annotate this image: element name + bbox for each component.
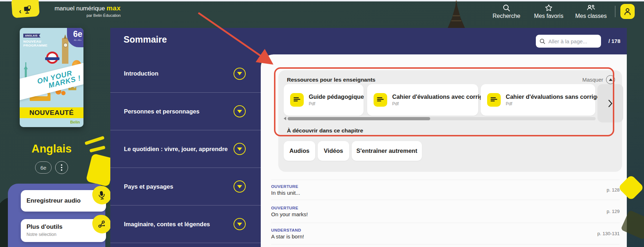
cover-program-line2: PROGRAMME [23, 43, 47, 47]
more-tools-label: Plus d'outils [27, 223, 100, 231]
chapter-title: On your marks! [271, 211, 308, 217]
page-total: / 178 [609, 38, 620, 44]
cover-art-big-ben [62, 38, 68, 64]
resource-title: Guide pédagogique [309, 93, 364, 100]
resources-panel: Ressources pour les enseignants Masquer … [278, 70, 622, 172]
document-icon [290, 93, 304, 107]
resource-title: Cahier d'évaluations sans corrigé [506, 93, 600, 100]
sentrainer-button[interactable]: S'entraîner autrement [352, 141, 422, 161]
header-nav: Recherche Mes favoris Mes classes [485, 4, 635, 19]
cover-new-banner-text: NOUVEAUTÉ [29, 109, 74, 117]
chapter-page: p. 128 [607, 187, 620, 193]
nav-mes-favoris-label: Mes favoris [528, 13, 570, 19]
resource-card-guide[interactable]: Guide pédagogique Pdf [284, 84, 364, 116]
cover-program-label: NOUVEAU PROGRAMME [23, 39, 47, 47]
scrollbar-thumb[interactable] [288, 117, 430, 120]
audio-recorder-button[interactable]: Enregistreur audio [21, 190, 106, 212]
chapter-page: p. 129 [607, 209, 620, 214]
chapter-category: OUVERTURE [271, 206, 308, 210]
chapter-title: In this unit... [271, 190, 300, 196]
nav-mes-favoris[interactable]: Mes favoris [528, 4, 570, 19]
chapter-row-a-star-is-born[interactable]: UNDERSTAND A star is born! p. 130-131 [271, 223, 620, 244]
people-icon [570, 4, 612, 12]
cover-new-banner: NOUVEAUTÉ [20, 107, 83, 118]
resource-type: Pdf [506, 101, 600, 106]
nav-recherche-label: Recherche [485, 13, 528, 19]
level-pill[interactable]: 6e [35, 161, 52, 174]
back-button[interactable]: ‹ [11, 0, 40, 18]
chevron-down-icon[interactable] [234, 68, 246, 80]
tools-panel: Enregistreur audio Plus d'outils Notre s… [8, 184, 105, 247]
chapter-category: OUVERTURE [271, 184, 300, 189]
resources-scrollbar [284, 117, 601, 120]
toc-item-personnes[interactable]: Personnes et personnages [110, 92, 261, 130]
level-row: 6e [9, 161, 95, 174]
level-pill-label: 6e [40, 165, 47, 171]
toc-item-partial [110, 243, 261, 247]
chapter-category: UNDERSTAND [271, 228, 304, 232]
videos-label: Vidéos [324, 147, 343, 154]
chevron-down-icon[interactable] [234, 218, 246, 230]
resource-title: Cahier d'évaluations avec corrigé [392, 93, 486, 100]
chevron-down-icon[interactable] [234, 143, 246, 155]
audio-recorder-label: Enregistreur audio [27, 197, 81, 204]
more-tools-button[interactable]: Plus d'outils Notre sélection [21, 219, 106, 242]
more-tools-subtitle: Notre sélection [27, 232, 100, 237]
audios-label: Audios [289, 147, 309, 154]
book-cover[interactable]: ANGLAIS NOUVEAU PROGRAMME 6e A1 › A1+ ON… [20, 28, 83, 127]
chapter-row-on-your-marks[interactable]: OUVERTURE On your marks! p. 129 [271, 200, 620, 223]
star-icon [528, 4, 570, 12]
cover-level-sub: A1 › A1+ [67, 39, 83, 41]
goto-page-input[interactable] [548, 38, 595, 44]
search-icon [539, 38, 546, 44]
cover-level-badge: 6e A1 › A1+ [67, 28, 83, 47]
resource-type: Pdf [392, 101, 486, 106]
cover-title-ribbon: ON YOUR MARKS ! [20, 60, 83, 101]
resource-card-eval-sans-corrige[interactable]: Cahier d'évaluations sans corrigé Pdf [481, 84, 595, 116]
nav-recherche[interactable]: Recherche [485, 4, 528, 19]
header-divider [615, 6, 615, 17]
chapter-title: A star is born! [271, 233, 304, 239]
brand-subtitle: par Belin Éducation [44, 13, 121, 18]
chevron-down-icon[interactable] [234, 105, 246, 117]
eiffel-tower-decoration [447, 0, 466, 28]
chevron-down-icon[interactable] [234, 180, 246, 193]
more-options-button[interactable] [55, 161, 68, 174]
search-icon [485, 4, 528, 12]
toc-item-imaginaire[interactable]: Imaginaire, contes et légendes [110, 205, 261, 243]
profile-button[interactable] [620, 4, 635, 19]
document-icon [487, 93, 501, 107]
hide-resources-button[interactable]: Masquer [582, 75, 615, 84]
document-icon [374, 93, 387, 107]
cover-art-underground-roundel [46, 52, 58, 64]
subject-title: Anglais [9, 142, 95, 155]
resource-card-eval-corrige[interactable]: Cahier d'évaluations avec corrigé Pdf [367, 84, 478, 116]
brand-max: max [106, 4, 121, 12]
window-top-strip [0, 0, 644, 1]
nav-mes-classes[interactable]: Mes classes [570, 4, 612, 19]
toc-item-label: Personnes et personnages [124, 108, 200, 115]
person-icon [624, 7, 631, 16]
sentrainer-label: S'entraîner autrement [356, 147, 417, 154]
audios-button[interactable]: Audios [284, 141, 315, 161]
toc-item-introduction[interactable]: Introduction [110, 55, 261, 92]
toc-title: Sommaire [124, 34, 167, 45]
chapter-row-in-this-unit[interactable]: OUVERTURE In this unit... p. 128 [271, 180, 620, 200]
next-resources-button[interactable] [597, 84, 623, 122]
toc-item-pays[interactable]: Pays et paysages [110, 168, 261, 205]
board-icon [23, 5, 33, 15]
brand-block: manuel numérique max par Belin Éducation [44, 4, 121, 18]
page-search [536, 35, 601, 48]
scroll-left-arrow[interactable] [284, 117, 286, 120]
discover-title: À découvrir dans ce chapitre [287, 127, 363, 134]
cover-subject-tag: ANGLAIS [23, 34, 40, 38]
toc-item-quotidien[interactable]: Le quotidien : vivre, jouer, apprendre [110, 130, 261, 168]
hide-label: Masquer [582, 77, 603, 83]
toc-column: Introduction Personnes et personnages Le… [110, 28, 261, 247]
scrollbar-track[interactable] [288, 117, 596, 120]
resources-title: Ressources pour les enseignants [287, 77, 375, 83]
videos-button[interactable]: Vidéos [318, 141, 349, 161]
cover-publisher: Belin [70, 120, 80, 124]
back-chevron-icon: ‹ [19, 8, 21, 15]
brand-title: manuel numérique [54, 5, 105, 12]
